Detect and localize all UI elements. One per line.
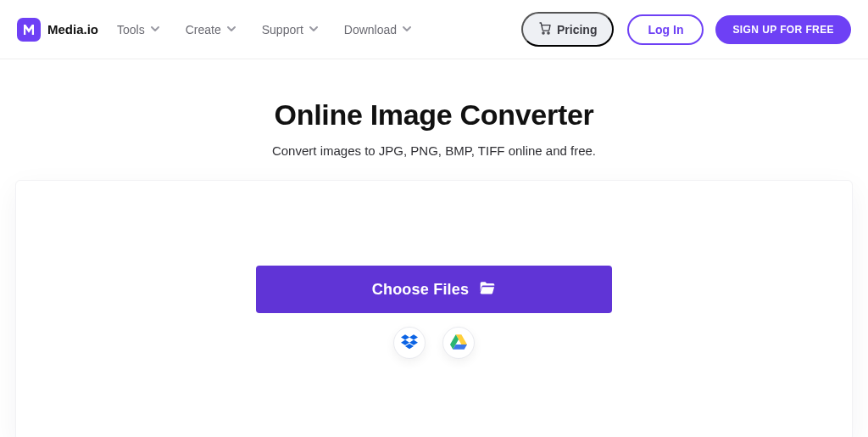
choose-files-button[interactable]: Choose Files [256, 266, 612, 313]
signup-label: SIGN UP FOR FREE [732, 24, 834, 36]
login-label: Log In [648, 23, 683, 36]
nav-item-create[interactable]: Create [186, 23, 236, 36]
pricing-label: Pricing [557, 23, 597, 36]
svg-point-1 [548, 32, 549, 34]
choose-files-label: Choose Files [372, 281, 469, 299]
cloud-sources [393, 327, 475, 359]
nav-item-label: Support [262, 23, 303, 36]
pricing-button[interactable]: Pricing [521, 12, 614, 47]
nav-item-download[interactable]: Download [344, 23, 412, 36]
brand-name: Media.io [47, 22, 98, 36]
m-logo-icon [21, 22, 36, 37]
open-folder-icon [479, 280, 496, 300]
main-nav: Tools Create Support Download [117, 23, 412, 36]
chevron-down-icon [402, 23, 412, 36]
nav-item-tools[interactable]: Tools [117, 23, 160, 36]
chevron-down-icon [309, 23, 319, 36]
page-title: Online Image Converter [0, 98, 868, 132]
nav-item-label: Tools [117, 23, 145, 36]
uploader-card: Choose Files [15, 180, 853, 437]
nav-item-label: Create [186, 23, 221, 36]
svg-point-0 [542, 32, 544, 34]
cart-icon [538, 21, 552, 37]
login-button[interactable]: Log In [627, 14, 704, 45]
dropbox-icon [401, 334, 418, 352]
google-drive-button[interactable] [442, 327, 475, 359]
signup-button[interactable]: SIGN UP FOR FREE [715, 15, 851, 44]
chevron-down-icon [150, 23, 160, 36]
nav-item-label: Download [344, 23, 397, 36]
app-header: Media.io Tools Create Support Download P… [0, 0, 868, 59]
google-drive-icon [450, 334, 467, 352]
chevron-down-icon [226, 23, 236, 36]
nav-item-support[interactable]: Support [262, 23, 319, 36]
dropbox-button[interactable] [393, 327, 426, 359]
logo-mark [17, 18, 41, 42]
brand-logo-wrap[interactable]: Media.io [17, 18, 98, 42]
hero: Online Image Converter Convert images to… [0, 59, 868, 180]
page-subtitle: Convert images to JPG, PNG, BMP, TIFF on… [0, 143, 868, 158]
